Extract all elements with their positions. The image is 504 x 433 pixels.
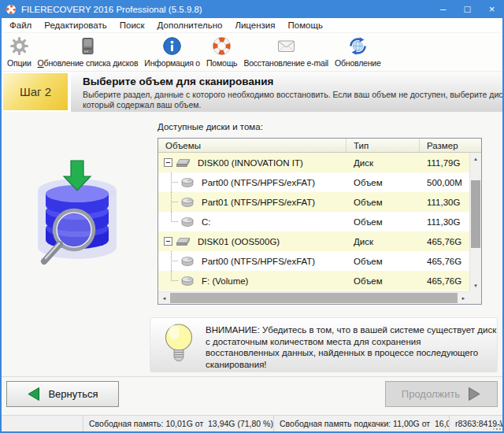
volume-name: DISK00 (INNOVATION IT): [198, 158, 303, 168]
toolbar-about-button[interactable]: Информация о: [141, 35, 203, 68]
window-border-left: [0, 18, 2, 433]
scroll-right-icon[interactable]: ►: [458, 292, 469, 304]
volume-type: Объем: [346, 217, 420, 227]
volume-type: Диск: [346, 158, 420, 168]
back-button-label: Вернуться: [48, 388, 98, 400]
step-header: Шаг 2 Выберите объем для сканирования Вы…: [2, 72, 502, 112]
volume-size: 111,30G: [420, 217, 469, 227]
toolbar-options-button[interactable]: Опции: [4, 35, 35, 68]
toolbar-about-label: Информация о: [144, 58, 200, 68]
volume-name: F: (Volume): [202, 276, 248, 286]
menu-advanced[interactable]: Дополнительно: [151, 18, 229, 32]
volume-list: Объемы Тип Размер DISK00 (INNOVATION IT)…: [158, 138, 482, 305]
minimize-button[interactable]: –: [431, 0, 455, 18]
resize-grip-icon[interactable]: [494, 423, 502, 431]
column-header-volumes[interactable]: Объемы: [158, 139, 346, 152]
lifebuoy-icon: [212, 35, 232, 57]
volume-icon: [180, 197, 195, 208]
toolbar-refresh-disk-list-label: Обновление списка дисков: [38, 58, 139, 68]
horizontal-scroll-thumb[interactable]: [170, 293, 458, 303]
continue-button-label: Продолжить: [402, 388, 460, 400]
row-name-cell: F: (Volume): [158, 271, 346, 291]
drive-icon: [78, 35, 98, 57]
toolbar: ОпцииОбновление списка дисковИнформация …: [2, 33, 502, 72]
table-row[interactable]: DISK00 (INNOVATION IT)Диск111,79G: [158, 153, 469, 172]
tree-guide: [162, 251, 180, 271]
volume-list-body: DISK00 (INNOVATION IT)Диск111,79GPart00 …: [158, 153, 469, 291]
back-arrow-icon: [27, 387, 40, 402]
toolbar-update-label: Обновление: [335, 58, 381, 68]
collapse-expander-icon[interactable]: [164, 158, 172, 167]
row-name-cell: Part00 (NTFS/HPFS/exFAT): [158, 172, 346, 192]
table-row[interactable]: Part00 (NTFS/HPFS/exFAT)Объем500,00M: [158, 172, 469, 192]
column-header-size[interactable]: Размер: [420, 139, 481, 152]
menu-license[interactable]: Лицензия: [228, 18, 281, 32]
scroll-down-icon[interactable]: ▼: [470, 279, 481, 291]
info-icon: [162, 35, 182, 57]
app-logo-icon: [6, 4, 17, 15]
column-header-type[interactable]: Тип: [346, 139, 420, 152]
toolbar-email-recovery-button[interactable]: Восстановление e-mail: [240, 35, 332, 68]
volume-list-header: Объемы Тип Размер: [158, 139, 481, 153]
step-subtitle: Выберите раздел, данные с которого необх…: [83, 90, 504, 110]
row-name-cell: DISK01 (OOS500G): [158, 231, 346, 251]
window-title: FILERECOVERY 2016 Professional (5.5.9.8): [21, 5, 202, 14]
table-row[interactable]: F: (Volume)Объем465,76G: [158, 271, 469, 291]
row-name-cell: DISK00 (INNOVATION IT): [158, 153, 346, 172]
menu-bar: ФайлРедактироватьПоискДополнительноЛицен…: [2, 18, 502, 33]
app-window: FILERECOVERY 2016 Professional (5.5.9.8)…: [0, 0, 504, 433]
volume-icon: [180, 256, 195, 267]
menu-edit[interactable]: Редактировать: [38, 18, 113, 32]
volume-name: DISK01 (OOS500G): [198, 237, 280, 246]
toolbar-refresh-disk-list-button[interactable]: Обновление списка дисков: [35, 35, 142, 68]
volume-size: 465,76G: [420, 257, 469, 266]
step-description-band: Выберите объем для сканирования Выберите…: [71, 72, 502, 112]
menu-search[interactable]: Поиск: [113, 18, 151, 32]
toolbar-update-button[interactable]: Обновление: [332, 35, 384, 68]
scroll-left-icon[interactable]: ◄: [158, 292, 170, 304]
step-number-badge: Шаг 2: [3, 73, 68, 110]
volume-size: 111,79G: [420, 158, 469, 168]
toolbar-help-label: Помощь: [206, 58, 237, 68]
vertical-scrollbar[interactable]: ▲ ▼: [469, 153, 481, 291]
maximize-button[interactable]: □: [455, 0, 480, 18]
volume-type: Диск: [346, 237, 420, 246]
toolbar-email-recovery-label: Восстановление e-mail: [243, 58, 328, 68]
menu-file[interactable]: Файл: [3, 18, 38, 32]
table-row[interactable]: C:Объем111,30G: [158, 212, 469, 231]
volume-type: Объем: [346, 276, 420, 286]
back-button[interactable]: Вернуться: [6, 381, 119, 407]
row-name-cell: Part01 (NTFS/HPFS/exFAT): [158, 192, 346, 212]
update-icon: [348, 35, 368, 57]
volume-icon: [180, 216, 195, 228]
minus-glyph: [166, 241, 170, 242]
tree-guide: [162, 271, 180, 291]
warning-text: ВНИМАНИЕ: Убедитесь в том, что в вашей с…: [206, 318, 497, 372]
horizontal-scrollbar[interactable]: ◄ ►: [158, 291, 469, 304]
volume-type: Объем: [346, 178, 420, 187]
volume-name: Part01 (NTFS/HPFS/exFAT): [202, 198, 315, 207]
warning-panel: ВНИМАНИЕ: Убедитесь в том, что в вашей с…: [150, 317, 498, 372]
disk-icon: [176, 236, 191, 246]
volume-icon: [180, 177, 195, 188]
close-button[interactable]: ×: [480, 0, 504, 18]
menu-help[interactable]: Помощь: [282, 18, 329, 32]
minus-glyph: [166, 162, 170, 163]
toolbar-options-label: Опции: [7, 58, 32, 68]
table-row[interactable]: DISK01 (OOS500G)Диск465,76G: [158, 231, 469, 251]
continue-button[interactable]: Продолжить: [385, 381, 498, 407]
footer-separator: [2, 376, 502, 377]
row-name-cell: C:: [158, 212, 346, 231]
volume-size: 111,30G: [420, 198, 469, 207]
vertical-scroll-thumb[interactable]: [471, 180, 480, 248]
table-row[interactable]: Part00 (NTFS/HPFS/exFAT)Объем465,76G: [158, 251, 469, 271]
scroll-up-icon[interactable]: ▲: [470, 153, 481, 165]
table-row[interactable]: Part01 (NTFS/HPFS/exFAT)Объем111,30G: [158, 192, 469, 212]
volume-name: Part00 (NTFS/HPFS/exFAT): [202, 257, 315, 266]
collapse-expander-icon[interactable]: [164, 237, 172, 246]
scan-volume-illustration: [28, 159, 127, 276]
step-title: Выберите объем для сканирования: [83, 76, 502, 87]
tree-guide: [162, 172, 180, 192]
tree-guide: [162, 212, 180, 231]
toolbar-help-button[interactable]: Помощь: [203, 35, 240, 68]
